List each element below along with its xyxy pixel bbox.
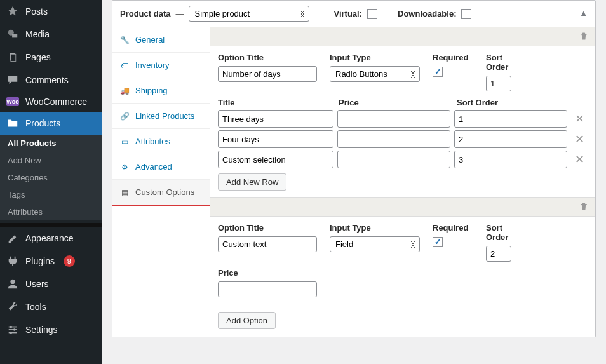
svg-point-4 xyxy=(10,280,15,284)
variant-price-input[interactable] xyxy=(337,110,450,128)
sort-order-label: Sort Order xyxy=(486,223,511,242)
variant-sort-input[interactable] xyxy=(454,151,567,168)
variant-row: ✕ xyxy=(218,151,588,168)
price-input[interactable] xyxy=(218,281,317,297)
delete-row-button[interactable]: ✕ xyxy=(571,152,588,166)
plugins-badge: 9 xyxy=(64,255,75,267)
tab-label: General xyxy=(135,35,165,44)
sort-order-input[interactable] xyxy=(486,76,511,91)
sidebar-label: Appearance xyxy=(25,233,74,243)
svg-rect-1 xyxy=(12,34,17,37)
option-body: Option Title Input Type Radio Buttons Re… xyxy=(210,46,595,197)
tab-label: Shipping xyxy=(135,86,168,95)
sidebar-item-woocommerce[interactable]: Woo WooCommerce xyxy=(0,91,102,112)
svg-rect-3 xyxy=(11,54,16,61)
gear-icon: ⚙ xyxy=(120,163,129,172)
downloadable-checkbox[interactable] xyxy=(461,9,471,19)
sub-item-categories[interactable]: Categories xyxy=(0,169,102,186)
tab-linked-products[interactable]: 🔗 Linked Products xyxy=(112,104,210,129)
sidebar-label: Products xyxy=(25,118,60,128)
woocommerce-icon: Woo xyxy=(6,97,19,106)
delete-row-button[interactable]: ✕ xyxy=(571,132,588,146)
product-type-select[interactable]: Simple product xyxy=(189,6,309,22)
user-icon xyxy=(6,278,19,290)
collapse-toggle[interactable]: ▲ xyxy=(579,8,588,18)
tab-advanced[interactable]: ⚙ Advanced xyxy=(112,154,210,180)
sidebar-label: Comments xyxy=(25,75,69,85)
panel-body: 🔧 General 🏷 Inventory 🚚 Shipping 🔗 Linke… xyxy=(112,27,595,337)
option-body: Option Title Input Type Field Required xyxy=(210,217,595,304)
panel-header: Product data — Simple product Virtual: D… xyxy=(112,1,595,27)
variant-sort-input[interactable] xyxy=(454,110,567,128)
option-title-label: Option Title xyxy=(218,53,317,62)
svg-point-9 xyxy=(13,328,16,331)
add-option-button[interactable]: Add Option xyxy=(218,312,276,329)
required-checkbox[interactable] xyxy=(433,67,443,77)
variant-row: ✕ xyxy=(218,130,588,148)
virtual-label: Virtual: xyxy=(333,9,362,18)
variant-title-input[interactable] xyxy=(218,130,333,148)
sort-order-input[interactable] xyxy=(486,246,511,262)
wrench-icon: 🔧 xyxy=(120,36,129,44)
tab-inventory[interactable]: 🏷 Inventory xyxy=(112,53,210,78)
virtual-checkbox[interactable] xyxy=(367,9,377,19)
sidebar-item-comments[interactable]: Comments xyxy=(0,69,102,91)
variant-title-header: Title xyxy=(218,98,333,107)
variant-title-input[interactable] xyxy=(218,110,333,128)
input-type-select[interactable]: Radio Buttons xyxy=(330,66,420,82)
variant-price-input[interactable] xyxy=(337,151,450,168)
delete-option-button[interactable] xyxy=(579,201,589,213)
svg-point-10 xyxy=(10,332,13,334)
sidebar-label: Tools xyxy=(25,302,46,312)
settings-icon xyxy=(6,323,19,336)
sub-item-tags[interactable]: Tags xyxy=(0,186,102,203)
variant-price-input[interactable] xyxy=(337,130,450,148)
option-block: Option Title Input Type Field Required xyxy=(210,198,595,304)
sidebar-label: Users xyxy=(25,279,49,289)
sidebar-item-users[interactable]: Users xyxy=(0,273,102,295)
sidebar-submenu-products: All Products Add New Categories Tags Att… xyxy=(0,135,102,220)
sidebar-item-products[interactable]: Products xyxy=(0,112,102,135)
sub-item-attributes[interactable]: Attributes xyxy=(0,203,102,220)
variant-sort-header: Sort Order xyxy=(457,98,570,107)
input-type-select[interactable]: Field xyxy=(330,236,420,252)
input-type-label: Input Type xyxy=(330,53,420,62)
sub-item-add-new[interactable]: Add New xyxy=(0,152,102,169)
list-icon: ▤ xyxy=(120,188,129,197)
variant-price-header: Price xyxy=(339,98,452,107)
variant-title-input[interactable] xyxy=(218,151,333,168)
delete-row-button[interactable]: ✕ xyxy=(571,112,588,126)
required-label: Required xyxy=(433,53,473,62)
sidebar-item-plugins[interactable]: Plugins 9 xyxy=(0,250,102,273)
sidebar-item-pages[interactable]: Pages xyxy=(0,46,102,69)
tab-attributes[interactable]: ▭ Attributes xyxy=(112,129,210,154)
option-title-input[interactable] xyxy=(218,66,317,82)
option-title-input[interactable] xyxy=(218,236,317,252)
panel-dash: — xyxy=(175,9,184,18)
sort-order-label: Sort Order xyxy=(486,53,511,72)
delete-option-button[interactable] xyxy=(579,31,589,43)
plugin-icon xyxy=(6,255,19,267)
sidebar-label: Posts xyxy=(25,6,48,17)
sidebar-label: WooCommerce xyxy=(25,97,87,107)
option-title-label: Option Title xyxy=(218,223,317,233)
panel-title: Product data xyxy=(120,9,170,18)
tab-general[interactable]: 🔧 General xyxy=(112,27,210,53)
tab-custom-options[interactable]: ▤ Custom Options xyxy=(112,180,210,205)
product-data-tabs: 🔧 General 🏷 Inventory 🚚 Shipping 🔗 Linke… xyxy=(112,27,210,337)
sub-item-all-products[interactable]: All Products xyxy=(0,135,102,152)
required-checkbox[interactable] xyxy=(433,237,443,247)
pin-icon xyxy=(6,5,19,18)
sidebar-item-appearance[interactable]: Appearance xyxy=(0,227,102,250)
sidebar-label: Settings xyxy=(25,325,58,335)
option-header xyxy=(210,198,595,217)
sidebar-item-tools[interactable]: Tools xyxy=(0,295,102,318)
tab-label: Attributes xyxy=(135,137,170,146)
variant-sort-input[interactable] xyxy=(454,130,567,148)
tools-icon xyxy=(6,300,19,313)
sidebar-item-posts[interactable]: Posts xyxy=(0,0,102,23)
add-row-button[interactable]: Add New Row xyxy=(218,173,286,191)
sidebar-item-settings[interactable]: Settings xyxy=(0,318,102,341)
tab-shipping[interactable]: 🚚 Shipping xyxy=(112,78,210,104)
sidebar-item-media[interactable]: Media xyxy=(0,23,102,46)
